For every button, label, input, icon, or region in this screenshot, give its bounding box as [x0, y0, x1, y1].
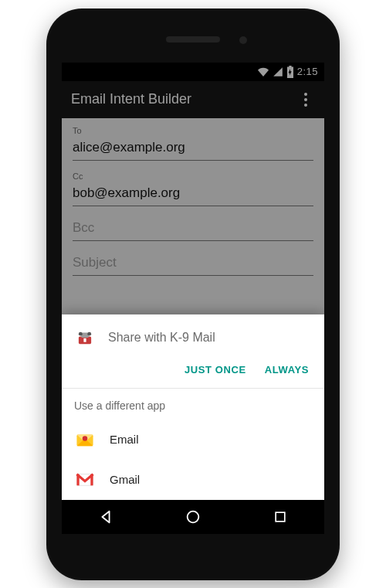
- gmail-icon: [74, 469, 96, 491]
- always-button[interactable]: ALWAYS: [265, 364, 309, 376]
- resolver-buttons: JUST ONCE ALWAYS: [62, 359, 324, 388]
- svg-point-12: [188, 511, 199, 522]
- email-icon: [74, 429, 96, 450]
- just-once-button[interactable]: JUST ONCE: [185, 364, 246, 376]
- k9-mail-icon: [74, 327, 96, 348]
- nav-home-button[interactable]: [178, 501, 208, 532]
- svg-rect-11: [90, 474, 93, 485]
- device-earpiece: [166, 36, 220, 42]
- app-label-gmail: Gmail: [110, 473, 140, 486]
- svg-rect-4: [83, 338, 86, 342]
- svg-point-2: [79, 331, 83, 335]
- svg-rect-10: [76, 474, 79, 485]
- back-icon: [97, 508, 114, 525]
- app-label-email: Email: [110, 433, 139, 446]
- intent-resolver-sheet: Share with K-9 Mail JUST ONCE ALWAYS Use…: [62, 314, 324, 500]
- screen: 2:15 Email Intent Builder To Cc: [62, 63, 324, 534]
- nav-back-button[interactable]: [90, 501, 121, 532]
- svg-point-8: [83, 436, 88, 441]
- device-frame: 2:15 Email Intent Builder To Cc: [46, 8, 340, 580]
- alt-app-heading: Use a different app: [62, 389, 324, 420]
- app-row-email[interactable]: Email: [62, 420, 324, 460]
- nav-recents-button[interactable]: [265, 501, 296, 532]
- svg-rect-13: [276, 512, 285, 522]
- device-camera: [239, 36, 247, 44]
- resolver-title: Share with K-9 Mail: [108, 331, 215, 345]
- svg-point-3: [87, 331, 91, 335]
- navigation-bar: [62, 500, 324, 534]
- home-icon: [185, 508, 201, 525]
- resolver-header[interactable]: Share with K-9 Mail: [62, 314, 324, 359]
- app-row-gmail[interactable]: Gmail: [62, 460, 324, 500]
- recents-icon: [273, 509, 288, 525]
